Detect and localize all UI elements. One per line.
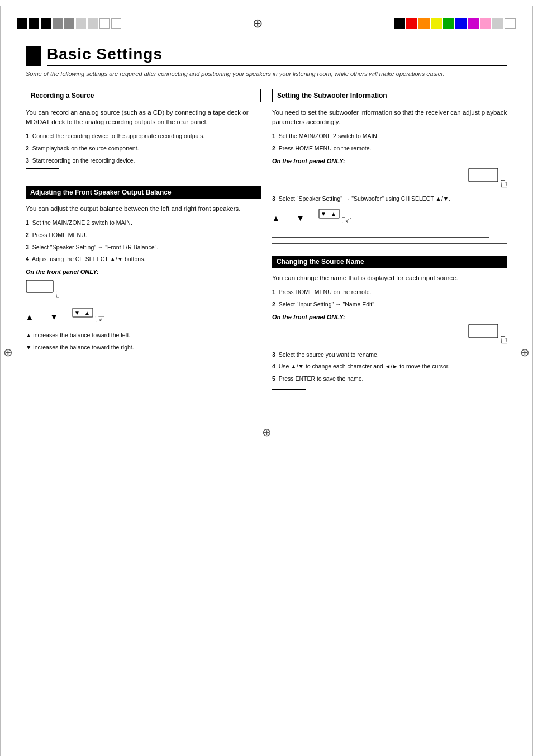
right-crosshair-mark: ⊕ <box>520 346 530 359</box>
svg-text:▼: ▼ <box>321 211 326 217</box>
sq3 <box>41 18 51 29</box>
chapter-box <box>26 46 41 66</box>
svg-text:☞: ☞ <box>499 331 507 347</box>
svg-text:▲: ▲ <box>84 310 90 316</box>
balance-nav-btn-area: ▼ ▲ ☞ <box>72 305 106 328</box>
balance-body-5: 4 Adjust using the CH SELECT ▲/▼ buttons… <box>26 255 261 264</box>
csq4 <box>431 18 442 29</box>
main-two-col: Recording a Source You can record an ana… <box>26 89 507 403</box>
source-name-front-panel-label: On the front panel ONLY: <box>272 314 507 320</box>
balance-section-wrapper: Adjusting the Front Speaker Output Balan… <box>26 186 261 352</box>
source-name-body-2: 1 Press HOME MENU on the remote. <box>272 288 507 297</box>
source-name-body-1: You can change the name that is displaye… <box>272 273 507 284</box>
subwoofer-arrows: ▲ ▼ <box>272 214 304 223</box>
recording-source-header: Recording a Source <box>26 89 261 102</box>
subwoofer-body-1: You need to set the subwoofer informatio… <box>272 108 507 128</box>
subwoofer-front-panel-label: On the front panel ONLY: <box>272 158 507 164</box>
sq2 <box>29 18 39 29</box>
sq1 <box>17 18 27 29</box>
recording-body-2: 1 Connect the recording device to the ap… <box>26 132 261 141</box>
sq9 <box>111 18 121 29</box>
source-name-body-6: 5 Press ENTER to save the name. <box>272 375 507 384</box>
recording-body-1: You can record an analog source (such as… <box>26 108 261 128</box>
sq5 <box>64 18 74 29</box>
subwoofer-header: Setting the Subwoofer Information <box>272 89 507 102</box>
sq7 <box>88 18 98 29</box>
svg-rect-12 <box>469 324 498 338</box>
sub-line-1 <box>272 237 489 238</box>
top-bar-right-squares <box>394 18 516 29</box>
top-bar-left-squares <box>17 18 121 29</box>
subwoofer-arrow-down: ▼ <box>297 214 304 223</box>
source-name-wrapper: Changing the Source Name You can change … <box>272 256 507 390</box>
csq1 <box>394 18 405 29</box>
page-content: Basic Settings Some of the following set… <box>1 34 532 420</box>
csq3 <box>418 18 430 29</box>
svg-rect-6 <box>469 168 498 182</box>
right-column: Setting the Subwoofer Information You ne… <box>272 89 507 403</box>
source-name-separator <box>272 389 306 390</box>
csq10 <box>505 18 516 29</box>
csq6 <box>455 18 467 29</box>
sub-line-2 <box>272 243 507 244</box>
csq8 <box>480 18 491 29</box>
subwoofer-body-4: 3 Select "Speaker Setting" → "Subwoofer"… <box>272 195 507 204</box>
svg-text:☞: ☞ <box>55 286 59 301</box>
subwoofer-remote-area: ☞ <box>272 168 507 191</box>
subwoofer-arrow-up: ▲ <box>272 214 280 223</box>
balance-body-4: 3 Select "Speaker Setting" → "Front L/R … <box>26 243 261 252</box>
subwoofer-body-2: 1 Set the MAIN/ZONE 2 switch to MAIN. <box>272 132 507 141</box>
recording-body-3: 2 Start playback on the source component… <box>26 144 261 153</box>
sq4 <box>53 18 63 29</box>
intro-text: Some of the following settings are requi… <box>26 69 507 79</box>
subwoofer-arrow-row: ▲ ▼ ▼ ▲ ☞ <box>272 206 507 229</box>
left-crosshair-mark: ⊕ <box>3 346 13 359</box>
recording-separator <box>26 168 59 169</box>
bottom-crosshair-mark: ⊕ <box>1 420 532 445</box>
source-name-header: Changing the Source Name <box>272 256 507 268</box>
csq2 <box>406 18 417 29</box>
source-name-body-5: 4 Use ▲/▼ to change each character and ◄… <box>272 362 507 371</box>
svg-text:▲: ▲ <box>331 211 336 217</box>
chapter-title: Basic Settings <box>47 45 507 66</box>
subwoofer-body-3: 2 Press HOME MENU on the remote. <box>272 144 507 153</box>
source-name-body-3: 2 Select "Input Setting" → "Name Edit". <box>272 300 507 309</box>
left-column: Recording a Source You can record an ana… <box>26 89 261 403</box>
csq9 <box>492 18 503 29</box>
svg-text:▼: ▼ <box>74 310 80 316</box>
subwoofer-line-row-1 <box>272 234 507 240</box>
remote-icon-subwoofer: ☞ <box>468 168 507 191</box>
svg-text:☞: ☞ <box>499 175 507 191</box>
balance-header: Adjusting the Front Speaker Output Balan… <box>26 186 261 199</box>
recording-body-4: 3 Start recording on the recording devic… <box>26 157 261 166</box>
sub-line-3 <box>272 247 507 247</box>
top-crosshair: ⊕ <box>253 16 263 31</box>
balance-body-2: 1 Set the MAIN/ZONE 2 switch to MAIN. <box>26 219 261 228</box>
balance-arrow-desc-1: ▲ increases the balance toward the left. <box>26 331 261 340</box>
sq6 <box>76 18 86 29</box>
subwoofer-nav-btn-area: ▼ ▲ ☞ <box>318 206 352 229</box>
source-name-remote-area: ☞ <box>272 324 507 347</box>
svg-rect-0 <box>26 280 53 292</box>
balance-icon-area: ☞ <box>26 280 261 301</box>
nav-button-subwoofer: ▼ ▲ ☞ <box>318 206 352 228</box>
top-bar: ⊕ <box>1 11 532 34</box>
sub-small-rect <box>494 234 507 240</box>
subwoofer-lines <box>272 234 507 247</box>
remote-icon-balance: ☞ <box>26 280 59 301</box>
svg-text:☞: ☞ <box>341 213 352 227</box>
balance-arrows: ▲ ▼ <box>26 313 58 322</box>
balance-arrow-row: ▲ ▼ ▼ ▲ ☞ <box>26 305 261 328</box>
balance-body-1: You can adjust the output balance betwee… <box>26 204 261 214</box>
chapter-heading: Basic Settings <box>26 45 507 66</box>
csq5 <box>443 18 454 29</box>
svg-text:☞: ☞ <box>94 312 106 326</box>
remote-icon-source-name: ☞ <box>468 324 507 347</box>
nav-button-balance: ▼ ▲ ☞ <box>72 305 106 327</box>
balance-front-panel-label: On the front panel ONLY: <box>26 268 261 275</box>
sq8 <box>99 18 110 29</box>
source-name-body-4: 3 Select the source you want to rename. <box>272 351 507 360</box>
balance-arrow-down: ▼ <box>50 313 58 322</box>
csq7 <box>468 18 479 29</box>
balance-body-3: 2 Press HOME MENU. <box>26 231 261 240</box>
